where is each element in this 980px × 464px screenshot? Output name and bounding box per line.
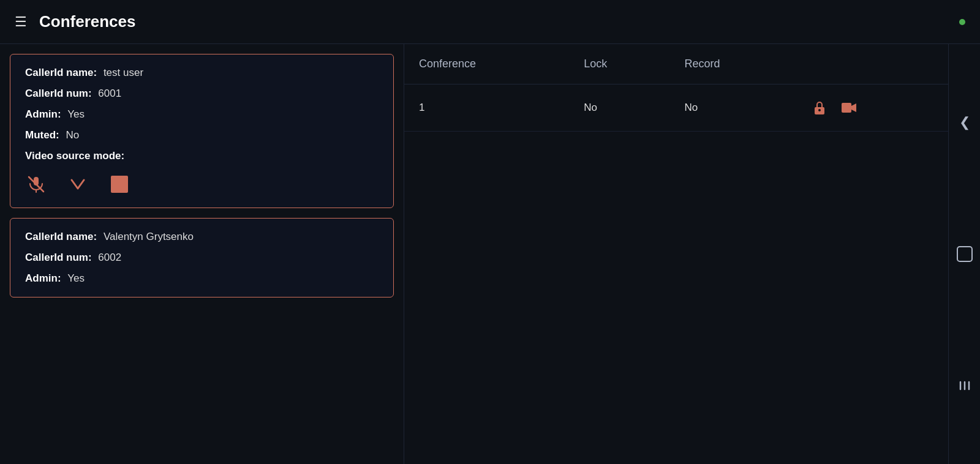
right-nav: ❮ [948,44,980,464]
stop-square [111,176,128,193]
svg-point-4 [818,109,821,111]
status-dot [959,19,965,25]
caller-id-name-label-1: CallerId name: [25,67,97,78]
col-header-lock: Lock [569,44,669,84]
admin-label-2: Admin: [25,272,61,284]
back-chevron-icon[interactable]: ❮ [952,110,977,135]
caller-id-name-value-1: test user [104,67,143,78]
row-actions [794,84,948,132]
lock-status: No [569,84,669,132]
muted-value-1: No [66,129,79,141]
admin-value-1: Yes [67,108,85,120]
caller-id-num-value-1: 6001 [98,88,121,99]
video-source-row-1: Video source mode: [25,150,379,162]
page-title: Conferences [39,12,136,31]
left-panel: CallerId name: test user CallerId num: 6… [0,44,404,464]
lock-toggle-button[interactable] [809,97,831,119]
admin-value-2: Yes [67,272,85,284]
menu-icon[interactable]: ☰ [15,14,27,30]
right-panel: Conference Lock Record 1 No No [404,44,980,464]
caller-id-name-label-2: CallerId name: [25,231,97,242]
col-header-conference: Conference [404,44,569,84]
col-header-record: Record [670,44,794,84]
record-status: No [670,84,794,132]
conference-number: 1 [404,84,569,132]
table-row: 1 No No [404,84,948,132]
mute-icon[interactable] [25,173,47,195]
svg-rect-5 [842,103,851,113]
admin-row-1: Admin: Yes [25,108,379,121]
caller-id-name-value-2: Valentyn Grytsenko [104,231,194,242]
col-header-actions [794,44,948,84]
caller-card-2: CallerId name: Valentyn Grytsenko Caller… [10,218,394,297]
conference-table: Conference Lock Record 1 No No [404,44,948,132]
admin-label-1: Admin: [25,108,61,120]
home-circle-icon[interactable] [952,242,977,266]
caller-id-num-value-2: 6002 [98,252,121,263]
caller-card-1: CallerId name: test user CallerId num: 6… [10,54,394,208]
caller-id-num-label-2: CallerId num: [25,252,92,263]
caller-id-name-row-1: CallerId name: test user [25,67,379,79]
action-buttons [809,97,933,119]
action-icons-row-1 [25,173,379,195]
video-source-icon[interactable] [67,173,89,195]
app-header: ☰ Conferences [0,0,980,44]
muted-label-1: Muted: [25,129,59,141]
caller-id-num-row-2: CallerId num: 6002 [25,252,379,264]
svg-rect-6 [957,247,972,261]
muted-row-1: Muted: No [25,129,379,141]
caller-id-name-row-2: CallerId name: Valentyn Grytsenko [25,231,379,243]
record-toggle-button[interactable] [838,97,860,119]
main-container: CallerId name: test user CallerId num: 6… [0,44,980,464]
table-header-row: Conference Lock Record [404,44,948,84]
caller-id-num-label-1: CallerId num: [25,88,92,99]
stop-record-icon[interactable] [108,173,130,195]
admin-row-2: Admin: Yes [25,272,379,285]
caller-id-num-row-1: CallerId num: 6001 [25,88,379,100]
video-source-label-1: Video source mode: [25,150,124,162]
menu-bars-icon[interactable] [952,373,977,398]
